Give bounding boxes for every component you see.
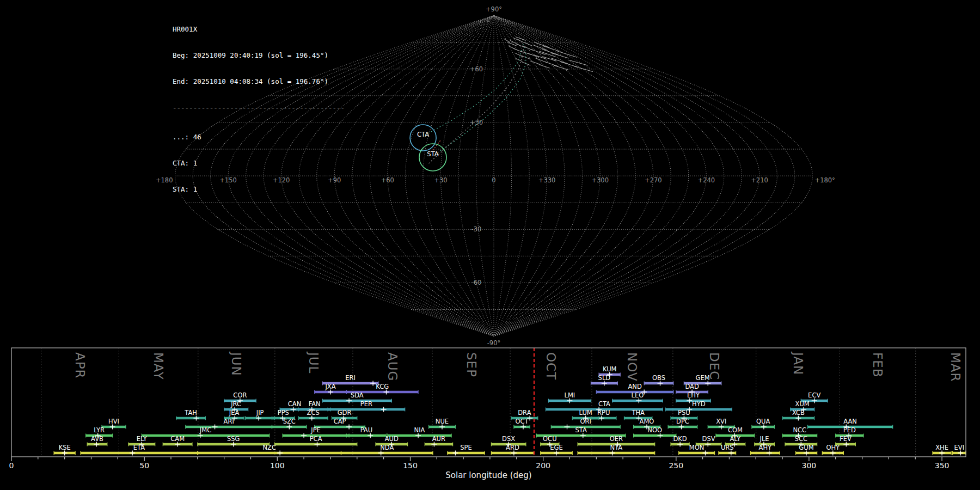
x-tick-label: 50 — [139, 461, 149, 470]
shower-label-AND: AND — [628, 383, 641, 390]
shower-CAM: CAM — [163, 435, 192, 447]
shower-label-NZC: NZC — [262, 444, 276, 451]
latitude-label: +30 — [470, 119, 483, 126]
shower-label-CAP: CAP — [334, 418, 346, 425]
separator-line: ----------------------------------------… — [173, 103, 345, 112]
shower-CAP: CAP — [315, 418, 365, 430]
shower-label-FED: FED — [843, 426, 856, 434]
x-tick-label: 150 — [403, 461, 418, 470]
month-label: JAN — [791, 351, 805, 375]
month-label: MAR — [948, 352, 963, 382]
shower-AHY: AHY — [751, 444, 780, 456]
meteor-track — [574, 66, 593, 72]
shower-ARD: ARD — [491, 444, 534, 456]
x-axis-title: Solar longitude (deg) — [445, 470, 531, 480]
shower-label-XVI: XVI — [716, 418, 726, 425]
longitude-label: +180° — [815, 176, 835, 184]
shower-label-KSE: KSE — [59, 444, 71, 451]
shower-JMC: JMC — [142, 426, 269, 438]
shower-label-COR: COR — [233, 391, 247, 399]
longitude-label: +210 — [751, 176, 768, 184]
shower-KSE: KSE — [54, 444, 75, 456]
shower-label-AVB: AVB — [91, 435, 103, 443]
shower-label-ORI: ORI — [580, 418, 591, 425]
meteor-track — [504, 39, 510, 42]
meteor-track — [558, 51, 577, 57]
meteor-track — [509, 46, 516, 50]
shower-HVI: HVI — [102, 418, 126, 430]
shower-label-AAN: AAN — [843, 418, 857, 425]
month-label: JUL — [307, 351, 321, 373]
shower-label-JPE: JPE — [310, 426, 321, 434]
meteor-tracks — [425, 37, 593, 163]
shower-EVI: EVI — [953, 444, 966, 456]
north-pole-label: +90° — [486, 5, 502, 13]
count-cta: CTA: 1 — [173, 159, 345, 168]
meteor-track — [527, 53, 539, 57]
shower-SLD: SLD — [591, 374, 618, 386]
shower-label-SZC: SZC — [283, 418, 296, 425]
shower-ETA: ETA — [81, 444, 198, 456]
meteor-track — [515, 53, 523, 57]
shower-label-CAM: CAM — [170, 435, 185, 443]
shower-OHY: OHY — [822, 444, 843, 456]
shower-label-AMO: AMO — [640, 418, 654, 425]
meteor-track — [552, 58, 568, 64]
shower-EGE: EGE — [541, 444, 573, 456]
month-label: APR — [73, 352, 87, 379]
latitude-label: -30 — [471, 225, 482, 233]
shower-label-ECV: ECV — [808, 391, 820, 399]
observation-header: HR001X Beg: 20251009 20:40:19 (sol = 196… — [173, 8, 345, 203]
shower-label-NOO: NOO — [647, 426, 662, 434]
shower-label-LEO: LEO — [632, 391, 644, 399]
shower-SDA: SDA — [322, 391, 391, 403]
scene-canvas: +180+150+120+90+60+300+330+300+270+240+2… — [0, 0, 980, 490]
shower-label-NCC: NCC — [793, 426, 806, 434]
shower-XHE: XHE — [933, 444, 951, 456]
meteor-track — [516, 37, 526, 41]
shower-label-PCA: PCA — [310, 435, 322, 443]
longitude-label: +270 — [645, 176, 662, 184]
longitude-label: 0 — [492, 176, 495, 184]
count-sporadic: ...: 46 — [173, 133, 345, 142]
shower-label-JEA: JEA — [229, 409, 240, 416]
longitude-label: +300 — [591, 176, 609, 184]
shower-label-OCU: OCU — [543, 435, 557, 443]
shower-label-CAN: CAN — [288, 400, 302, 408]
shower-label-XHE: XHE — [935, 444, 948, 451]
shower-label-MON: MON — [689, 444, 705, 451]
shower-SSG: SSG — [198, 435, 270, 447]
latitude-label: -60 — [471, 279, 482, 286]
shower-AUR: AUR — [425, 435, 452, 447]
shower-RPU: RPU — [591, 409, 616, 421]
shower-label-OBS: OBS — [652, 374, 665, 382]
south-pole-label: -90° — [487, 339, 501, 347]
shower-label-PAU: PAU — [360, 426, 372, 434]
shower-label-OCT: OCT — [515, 418, 529, 425]
shower-label-ZCS: ZCS — [307, 409, 320, 416]
shower-XCB: XCB — [782, 409, 814, 421]
end-time: End: 20251010 04:08:34 (sol = 196.76°) — [173, 77, 345, 86]
month-label: FEB — [871, 352, 885, 378]
begin-time: Beg: 20251009 20:40:19 (sol = 196.45°) — [173, 51, 345, 60]
shower-QUA: QUA — [752, 418, 775, 430]
shower-label-GEM: GEM — [696, 374, 710, 382]
shower-label-EHY: EHY — [687, 391, 700, 399]
shower-label-SDA: SDA — [351, 391, 364, 399]
shower-label-PSU: PSU — [678, 409, 690, 416]
shower-label-OHY: OHY — [826, 444, 840, 451]
month-label: JUN — [229, 351, 243, 376]
shower-label-EVI: EVI — [954, 444, 965, 451]
shower-NZC: NZC — [198, 444, 341, 456]
activity-calendar: APRMAYJUNJULAUGSEPOCTNOVDECJANFEBMARKUME… — [9, 348, 966, 480]
shower-label-ARI: ARI — [224, 418, 234, 425]
shower-label-NUE: NUE — [436, 418, 449, 425]
meteor-track — [534, 42, 549, 48]
month-label: AUG — [385, 352, 400, 381]
shower-TAH: TAH — [176, 409, 206, 421]
longitude-label: +60 — [381, 176, 394, 184]
graticule-meridian — [494, 16, 653, 336]
shower-label-PPS: PPS — [278, 409, 289, 416]
shower-AVB: AVB — [87, 435, 107, 447]
shower-label-DAD: DAD — [685, 383, 699, 390]
